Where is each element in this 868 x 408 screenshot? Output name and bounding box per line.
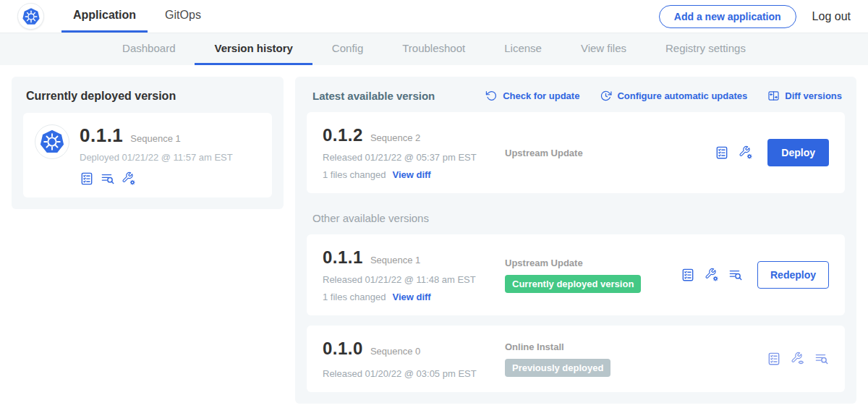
refresh-icon <box>485 90 498 102</box>
subnav-item-config[interactable]: Config <box>312 33 383 65</box>
latest-version-title: Latest available version <box>312 90 435 102</box>
redeploy-button[interactable]: Redeploy <box>757 261 829 289</box>
deployed-version-card: 0.1.1 Sequence 1 Deployed 01/21/22 @ 11:… <box>23 113 272 197</box>
check-for-update-label: Check for update <box>503 90 579 101</box>
preflight-checklist-icon[interactable] <box>681 268 695 282</box>
subnav-item-troubleshoot[interactable]: Troubleshoot <box>383 33 485 65</box>
app-kubernetes-icon <box>35 124 69 159</box>
released-timestamp: Released 01/20/22 @ 03:05 pm EST <box>323 368 505 379</box>
files-changed-label: 1 files changed <box>323 169 386 180</box>
version-source-label: Online Install <box>505 341 760 352</box>
release-notes-search-icon[interactable] <box>101 171 115 186</box>
subnav-item-dashboard[interactable]: Dashboard <box>103 33 195 65</box>
preflight-checklist-icon[interactable] <box>715 145 729 160</box>
logout-button[interactable]: Log out <box>812 10 851 23</box>
configure-automatic-updates-link[interactable]: Configure automatic updates <box>600 90 747 102</box>
version-source-label: Upstream Update <box>505 258 673 268</box>
subnav: Dashboard Version history Config Trouble… <box>0 33 868 65</box>
version-row-0-1-0: 0.1.0 Sequence 0 Released 01/20/22 @ 03:… <box>307 326 845 392</box>
previously-deployed-badge: Previously deployed <box>505 359 610 377</box>
diff-table-icon <box>767 90 780 102</box>
version-number: 0.1.1 <box>323 247 363 268</box>
version-row-0-1-1: 0.1.1 Sequence 1 Released 01/21/22 @ 11:… <box>307 234 845 315</box>
released-timestamp: Released 01/21/22 @ 11:48 am EST <box>323 274 505 285</box>
sequence-label: Sequence 0 <box>370 346 420 357</box>
version-number: 0.1.0 <box>323 339 363 359</box>
deployed-version-number: 0.1.1 <box>80 124 123 147</box>
preflight-checklist-icon[interactable] <box>767 352 781 366</box>
diff-versions-label: Diff versions <box>785 90 842 101</box>
subnav-item-registry-settings[interactable]: Registry settings <box>646 33 765 65</box>
edit-config-wrench-icon[interactable] <box>705 268 719 282</box>
view-diff-link[interactable]: View diff <box>392 169 430 180</box>
version-number: 0.1.2 <box>323 125 363 145</box>
app-header: Application GitOps Add a new application… <box>0 0 868 33</box>
preflight-checklist-icon[interactable] <box>80 171 94 186</box>
subnav-item-view-files[interactable]: View files <box>561 33 646 65</box>
release-notes-search-icon[interactable] <box>728 268 743 282</box>
sequence-label: Sequence 1 <box>370 255 420 265</box>
tab-gitops[interactable]: GitOps <box>153 0 213 33</box>
currently-deployed-panel: Currently deployed version 0.1.1 Sequenc… <box>12 77 284 209</box>
edit-config-wrench-icon[interactable] <box>739 145 753 160</box>
currently-deployed-title: Currently deployed version <box>26 90 272 103</box>
deployed-timestamp: Deployed 01/21/22 @ 11:57 am EST <box>80 152 233 163</box>
versions-panel: Latest available version Check for updat… <box>295 77 856 404</box>
view-config-wrench-icon[interactable] <box>791 352 805 366</box>
add-application-button[interactable]: Add a new application <box>659 5 796 28</box>
edit-config-wrench-icon[interactable] <box>122 171 136 186</box>
check-for-update-link[interactable]: Check for update <box>485 90 579 102</box>
deploy-button[interactable]: Deploy <box>767 139 829 166</box>
release-notes-search-icon[interactable] <box>814 352 829 366</box>
tab-application[interactable]: Application <box>61 0 148 33</box>
view-diff-link[interactable]: View diff <box>392 292 430 302</box>
deployed-sequence-label: Sequence 1 <box>130 133 180 144</box>
subnav-item-version-history[interactable]: Version history <box>195 33 312 65</box>
subnav-item-license[interactable]: License <box>485 33 561 65</box>
configure-updates-label: Configure automatic updates <box>617 90 747 101</box>
diff-versions-link[interactable]: Diff versions <box>767 90 842 102</box>
header-tabs: Application GitOps <box>61 0 213 33</box>
main-content: Currently deployed version 0.1.1 Sequenc… <box>0 65 868 408</box>
other-versions-title: Other available versions <box>312 212 845 224</box>
clock-refresh-icon <box>600 90 612 102</box>
files-changed-label: 1 files changed <box>323 292 386 302</box>
version-row-0-1-2: 0.1.2 Sequence 2 Released 01/21/22 @ 05:… <box>307 112 845 193</box>
released-timestamp: Released 01/21/22 @ 05:37 pm EST <box>323 152 505 163</box>
version-source-label: Upstream Update <box>505 148 707 158</box>
header-actions: Add a new application Log out <box>659 0 851 33</box>
currently-deployed-badge: Currently deployed version <box>505 275 641 293</box>
kubernetes-logo-icon <box>17 3 44 30</box>
sequence-label: Sequence 2 <box>370 132 420 143</box>
